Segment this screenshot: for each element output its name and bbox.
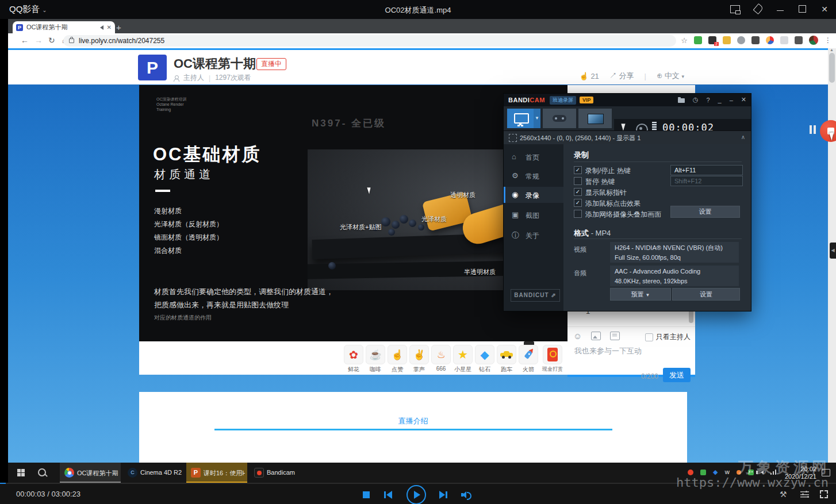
sidebar-item-screenshot[interactable]: ▣截图 — [504, 207, 563, 223]
playlist-toggle[interactable]: ◀ — [830, 243, 836, 259]
like-button[interactable]: ☝ 21 — [580, 72, 599, 80]
chrome-icon — [64, 468, 74, 478]
search-icon[interactable] — [38, 468, 46, 476]
pause-button[interactable] — [810, 125, 812, 134]
fullscreen-icon[interactable] — [820, 490, 828, 498]
video-format-box[interactable]: H264 - NVIDIA® NVENC (VBR) (自动)Full Size… — [610, 242, 739, 263]
scroll-up-icon[interactable]: ▲ — [830, 48, 834, 52]
extension-shield-icon[interactable] — [694, 36, 702, 44]
maximize-icon[interactable] — [799, 5, 806, 13]
thumb-icon: ☝ — [391, 349, 403, 361]
bandicam-titlebar[interactable]: BANDICAM 班迪录屏 VIP ◷ ? _ – ✕ — [504, 94, 751, 106]
taskbar-bandicam[interactable]: Bandicam — [250, 463, 310, 483]
scrollbar-thumb[interactable] — [829, 53, 835, 83]
extension-icon[interactable] — [751, 36, 760, 44]
gift-666[interactable]: ♨ 666 — [430, 345, 452, 372]
sidebar-item-home[interactable]: ⌂首页 — [504, 149, 563, 165]
tools-icon[interactable]: ⚒ — [780, 490, 787, 499]
volume-button[interactable] — [461, 491, 470, 498]
checkbox-checked[interactable]: ✓ — [574, 199, 582, 207]
stop-button[interactable] — [363, 491, 370, 498]
audio-format-box[interactable]: AAC - Advanced Audio Coding48.0KHz, ster… — [610, 266, 739, 286]
tab-audio-icon[interactable] — [100, 25, 103, 30]
settings-sliders-icon[interactable] — [800, 491, 809, 498]
minimize-icon[interactable] — [777, 10, 784, 11]
gift-coffee[interactable]: ☕ 咖啡 — [365, 345, 386, 374]
gift-car[interactable]: 跑车 — [496, 345, 517, 374]
extension-icon[interactable] — [780, 36, 788, 44]
play-button[interactable] — [407, 485, 426, 504]
checkbox-checked[interactable]: ✓ — [574, 188, 582, 196]
browser-avatar[interactable] — [809, 36, 818, 45]
browser-menu-icon[interactable]: ⋮ — [825, 36, 831, 44]
collapse-icon[interactable]: ∧ — [741, 134, 745, 140]
mode-dropdown[interactable]: ▼ — [534, 109, 540, 128]
previous-button[interactable] — [384, 491, 392, 499]
tray-app-icon[interactable]: W — [725, 470, 730, 475]
clock-icon[interactable]: ◷ — [693, 96, 699, 103]
sidebar-item-about[interactable]: ⓘ关于 — [504, 227, 563, 243]
extension-icon[interactable] — [766, 36, 774, 44]
help-icon[interactable]: ? — [706, 97, 710, 103]
boss-mode-icon[interactable]: – — [730, 97, 733, 103]
pause-hotkey-input[interactable]: Shift+F12 — [670, 176, 743, 186]
language-select[interactable]: ⊕ 中文 ▾ — [657, 71, 684, 81]
format-settings-button[interactable]: 设置 — [672, 288, 740, 301]
send-button[interactable]: 发送 — [663, 368, 691, 382]
close-icon[interactable]: ✕ — [821, 5, 828, 13]
webcam-settings-button[interactable]: 设置 — [670, 206, 740, 218]
close-icon[interactable]: ✕ — [741, 96, 746, 103]
browser-tab[interactable]: P OC课程第十期 ✕ — [13, 21, 115, 33]
checkbox-checked[interactable]: ✓ — [574, 166, 582, 174]
sidebar-item-video[interactable]: ◉录像 — [504, 187, 563, 203]
gift-cash[interactable]: 现金打赏 — [540, 345, 565, 373]
share-button[interactable]: ↗ 分享 — [609, 71, 634, 81]
mini-mode-icon[interactable] — [730, 5, 740, 13]
chat-input[interactable]: 我也来参与一下互动 — [574, 346, 642, 356]
emoji-icon[interactable]: ☺ — [573, 331, 582, 341]
chat-note-icon[interactable] — [610, 332, 620, 340]
gift-clap[interactable]: ✌ 掌声 — [408, 345, 430, 374]
cursor-effect-icon[interactable] — [621, 122, 627, 130]
gift-star[interactable]: ★ 小星星 — [452, 345, 474, 374]
screen-record-mode[interactable] — [507, 109, 534, 128]
taskbar-chrome[interactable]: OC课程第十期 - G... — [60, 463, 121, 483]
bandicut-button[interactable]: BANDICUT ⇗ — [511, 289, 560, 302]
preset-button[interactable]: 预置 ▼ — [610, 288, 671, 301]
taskbar-powerpoint[interactable]: P 课时16：使用HDR... — [186, 463, 247, 483]
chat-image-icon[interactable] — [591, 332, 601, 340]
sidebar-item-general[interactable]: ⚙常规 — [504, 168, 563, 184]
tab-close-icon[interactable]: ✕ — [107, 24, 112, 30]
address-bar[interactable]: live.polyv.cn/watch/2047255 — [63, 35, 676, 47]
new-tab-button[interactable]: + — [116, 22, 121, 32]
device-record-mode[interactable] — [578, 109, 612, 128]
extension-icon[interactable] — [737, 36, 745, 44]
gift-like[interactable]: ☝ 点赞 — [386, 345, 408, 374]
bookmark-star-icon[interactable]: ☆ — [681, 36, 688, 45]
start-button[interactable] — [17, 469, 25, 476]
gift-diamond[interactable]: ◆ 钻石 — [474, 345, 496, 374]
gift-flower[interactable]: ✿ 鲜花 — [343, 345, 365, 374]
pin-icon[interactable] — [753, 3, 764, 14]
capture-region-bar[interactable]: 2560x1440 - (0, 0), (2560, 1440) - 显示器 1… — [504, 130, 751, 145]
taskbar-cinema4d[interactable]: C Cinema 4D R21.2... — [123, 463, 184, 483]
bandicam-tray-icon[interactable] — [688, 470, 693, 475]
tray-app-icon[interactable] — [700, 470, 706, 475]
reload-icon[interactable]: ↻ — [48, 36, 55, 45]
forward-icon[interactable]: → — [34, 36, 43, 45]
open-folder-icon[interactable] — [678, 98, 685, 103]
gift-rocket[interactable]: 火箭 — [517, 345, 539, 374]
tab-live-intro[interactable]: 直播介绍 — [139, 416, 687, 426]
only-host-toggle[interactable]: 只看主持人 — [645, 332, 691, 342]
checkbox[interactable] — [645, 333, 653, 341]
extensions-puzzle-icon[interactable] — [795, 36, 803, 44]
back-icon[interactable]: ← — [21, 36, 29, 45]
next-button[interactable] — [439, 491, 447, 499]
extension-icon[interactable] — [723, 36, 731, 44]
extension-icon[interactable]: 2 — [708, 36, 716, 44]
hotkey-input[interactable]: Alt+F11 — [670, 165, 743, 175]
game-record-mode[interactable] — [543, 109, 576, 128]
checkbox[interactable] — [574, 210, 582, 218]
minimize-icon[interactable]: _ — [718, 97, 722, 103]
checkbox[interactable] — [574, 177, 582, 185]
